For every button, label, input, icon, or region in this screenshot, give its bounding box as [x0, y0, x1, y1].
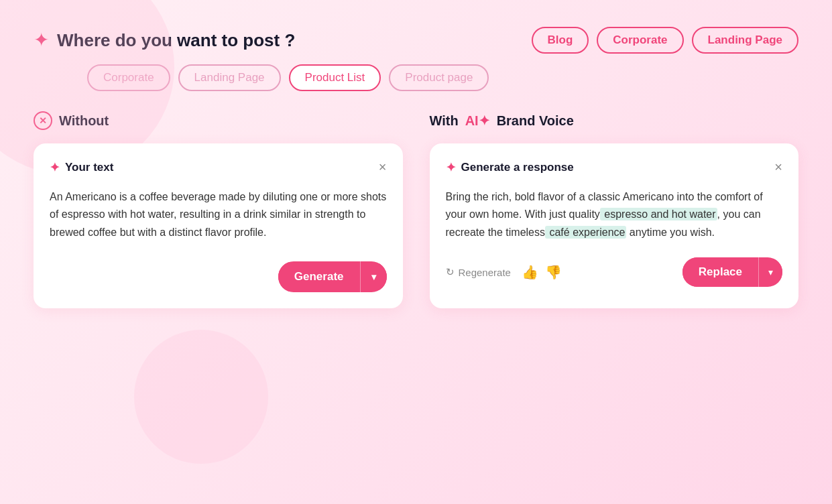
replace-button[interactable]: Replace	[682, 257, 758, 287]
with-card-header: ✦ Generate a response ×	[446, 160, 783, 175]
card-sparkle-right: ✦	[446, 160, 456, 175]
ai-label: AI✦	[465, 113, 490, 129]
cards-row: ✦ Your text × An Americano is a coffee b…	[34, 143, 798, 308]
generate-label: Generate	[278, 262, 360, 292]
tag-corporate-top[interactable]: Corporate	[597, 27, 683, 54]
without-card: ✦ Your text × An Americano is a coffee b…	[34, 143, 403, 308]
tags-row-1: Blog Corporate Landing Page	[532, 27, 798, 54]
sparkle-icon: ✦	[34, 31, 49, 50]
with-close-button[interactable]: ×	[774, 160, 782, 175]
bg-decoration-2	[134, 330, 268, 464]
regenerate-label: Regenerate	[459, 267, 511, 278]
header-row: ✦ Where do you want to post ? Blog Corpo…	[34, 27, 798, 54]
tag-product-page[interactable]: Product page	[389, 64, 489, 91]
tag-landing-page-2[interactable]: Landing Page	[178, 64, 281, 91]
tag-landing-page-top[interactable]: Landing Page	[692, 27, 798, 54]
header-left: ✦ Where do you want to post ?	[34, 30, 295, 51]
tag-product-list[interactable]: Product List	[289, 64, 381, 91]
without-title: Without	[59, 113, 109, 129]
with-card-title: ✦ Generate a response	[446, 160, 574, 175]
thumbup-button[interactable]: 👍	[522, 264, 538, 280]
generated-text: Bring the rich, bold flavor of a classic…	[446, 188, 783, 241]
text-highlight-2: café experience	[545, 226, 626, 239]
without-card-body: An Americano is a coffee beverage made b…	[50, 188, 387, 241]
tags-row-2: Corporate Landing Page Product List Prod…	[34, 64, 798, 91]
with-section-label: With AI✦ Brand Voice	[430, 111, 799, 130]
feedback-buttons: 👍 👎	[522, 264, 562, 280]
sections-row: ✕ Without With AI✦ Brand Voice	[34, 111, 798, 130]
main-container: ✦ Where do you want to post ? Blog Corpo…	[0, 0, 832, 504]
replace-button-group: Replace ▾	[682, 257, 782, 287]
generate-arrow: ▾	[361, 263, 387, 290]
regenerate-button[interactable]: ↻ Regenerate	[446, 266, 511, 278]
tag-blog[interactable]: Blog	[532, 27, 589, 54]
card-sparkle-left: ✦	[50, 160, 60, 175]
your-text-label: Your text	[65, 161, 113, 174]
x-badge: ✕	[34, 111, 52, 130]
generate-button[interactable]: Generate ▾	[278, 261, 387, 292]
with-suffix: Brand Voice	[497, 113, 574, 129]
card-actions: ↻ Regenerate 👍 👎 Replace ▾	[446, 257, 783, 287]
with-card: ✦ Generate a response × Bring the rich, …	[430, 143, 799, 308]
header-question: Where do you want to post ?	[57, 30, 295, 51]
without-section-label: ✕ Without	[34, 111, 403, 130]
tag-corporate-2[interactable]: Corporate	[87, 64, 170, 91]
replace-arrow-button[interactable]: ▾	[759, 259, 782, 286]
refresh-icon: ↻	[446, 266, 455, 278]
without-close-button[interactable]: ×	[379, 160, 387, 175]
thumbdown-button[interactable]: 👎	[545, 264, 562, 280]
without-card-footer: Generate ▾	[50, 261, 387, 292]
x-symbol: ✕	[39, 115, 47, 126]
generate-response-label: Generate a response	[461, 161, 574, 174]
text-highlight-1: espresso and hot water	[600, 208, 717, 220]
without-card-header: ✦ Your text ×	[50, 160, 387, 175]
with-prefix: With	[430, 113, 459, 129]
tags-list-1: Blog Corporate Landing Page	[532, 27, 798, 54]
text-part-3: anytime you wish.	[626, 227, 715, 238]
without-card-title: ✦ Your text	[50, 160, 113, 175]
